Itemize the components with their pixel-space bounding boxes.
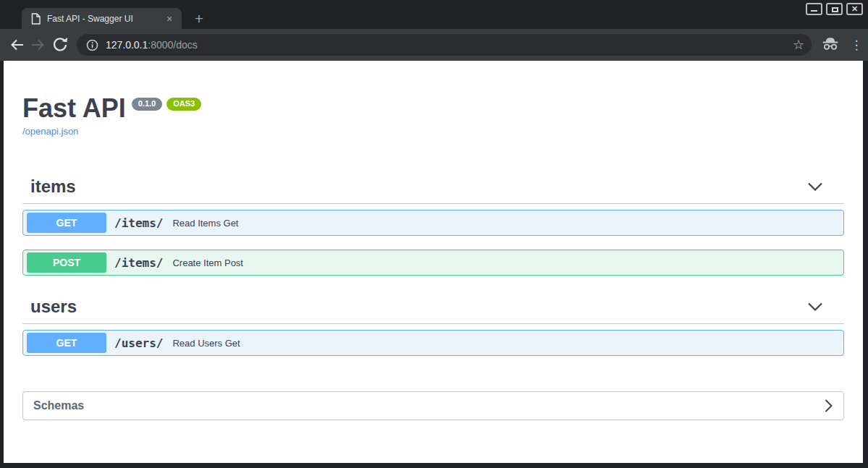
tab-bar: Fast API - Swagger UI ✕ + ✕ (0, 0, 868, 29)
page-favicon-document-icon (31, 13, 41, 25)
minimize-icon (811, 10, 817, 12)
new-tab-button[interactable]: + (190, 11, 208, 28)
endpoint-row-post-items[interactable]: POST /items/ Create Item Post (22, 250, 844, 276)
api-info: Fast API0.1.0OAS3 /openapi.json (22, 94, 844, 137)
maximize-icon (832, 7, 838, 12)
forward-arrow-icon (30, 37, 46, 53)
window-close-button[interactable]: ✕ (846, 3, 863, 15)
back-button[interactable] (6, 34, 28, 56)
swagger-page: Fast API0.1.0OAS3 /openapi.json items GE… (4, 61, 863, 463)
method-badge: POST (27, 252, 106, 273)
endpoint-path: /items/ (114, 256, 163, 270)
endpoint-path: /items/ (114, 216, 163, 230)
tab-close-icon[interactable]: ✕ (163, 12, 176, 25)
endpoint-row-get-users[interactable]: GET /users/ Read Users Get (22, 330, 844, 356)
url-path: :8000/docs (148, 39, 198, 51)
schemas-label: Schemas (33, 399, 84, 412)
address-bar[interactable]: 127.0.0.1:8000/docs ☆ (77, 34, 812, 56)
browser-toolbar: 127.0.0.1:8000/docs ☆ ⋮ (0, 29, 868, 61)
tag-name: users (30, 297, 77, 316)
window-maximize-button[interactable] (826, 3, 843, 15)
tag-name: items (30, 177, 76, 196)
chevron-down-icon[interactable] (806, 182, 824, 192)
tab-title: Fast API - Swagger UI (47, 14, 163, 24)
url-text[interactable]: 127.0.0.1:8000/docs (106, 39, 793, 51)
endpoint-summary: Create Item Post (172, 258, 243, 268)
method-badge: GET (27, 213, 106, 233)
endpoint-path: /users/ (114, 336, 163, 350)
version-badge: 0.1.0 (132, 98, 162, 111)
tag-header-users[interactable]: users (22, 290, 844, 324)
window-minimize-button[interactable] (806, 3, 822, 15)
tag-section-users: users GET /users/ Read Users Get (22, 290, 844, 356)
api-title: Fast API (22, 93, 126, 123)
chevron-right-icon[interactable] (824, 398, 833, 414)
reload-icon (52, 37, 68, 53)
reload-button[interactable] (49, 34, 71, 56)
url-host: 127.0.0.1 (106, 39, 148, 51)
tag-section-items: items GET /items/ Read Items Get POST /i… (22, 170, 844, 276)
browser-tab[interactable]: Fast API - Swagger UI ✕ (22, 8, 182, 29)
window-controls: ✕ (806, 3, 863, 15)
back-arrow-icon (9, 37, 25, 53)
browser-menu-icon[interactable]: ⋮ (848, 38, 865, 53)
openapi-spec-link[interactable]: /openapi.json (22, 126, 844, 137)
tag-header-items[interactable]: items (22, 170, 844, 204)
site-info-icon[interactable] (86, 39, 98, 51)
schemas-section[interactable]: Schemas (22, 391, 844, 420)
endpoint-summary: Read Users Get (172, 338, 240, 349)
incognito-icon (822, 36, 839, 54)
oas3-badge: OAS3 (167, 98, 201, 111)
method-badge: GET (27, 333, 106, 353)
endpoint-row-get-items[interactable]: GET /items/ Read Items Get (22, 210, 844, 236)
chevron-down-icon[interactable] (806, 302, 824, 312)
endpoint-summary: Read Items Get (172, 218, 238, 229)
bookmark-star-icon[interactable]: ☆ (793, 38, 804, 51)
forward-button[interactable] (28, 34, 49, 56)
